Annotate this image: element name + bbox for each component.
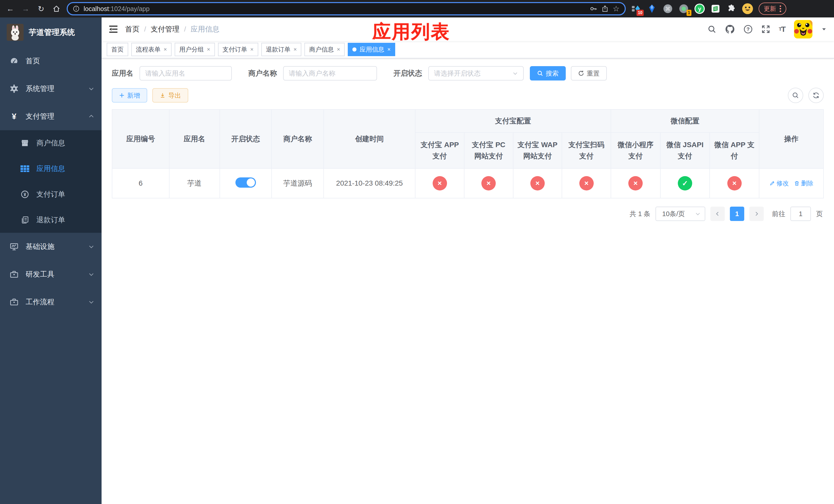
address-bar[interactable]: localhost:1024/pay/app ☆ xyxy=(67,2,626,15)
status-select[interactable]: 请选择开启状态 xyxy=(428,66,524,81)
sidebar-toggle-icon[interactable] xyxy=(109,25,118,33)
breadcrumb-payment[interactable]: 支付管理 xyxy=(151,24,179,34)
extension-devtools-icon[interactable]: 10 xyxy=(631,4,641,14)
sidebar-header[interactable]: 芋道管理系统 xyxy=(0,18,102,47)
browser-reload-button[interactable]: ↻ xyxy=(36,4,46,14)
tab-app-info[interactable]: 应用信息× xyxy=(348,43,395,56)
next-page-button[interactable] xyxy=(749,207,764,221)
dashboard-icon xyxy=(10,56,19,65)
col-wechat-app: 微信 APP 支付 xyxy=(710,133,759,168)
sidebar-item-infrastructure[interactable]: 基础设施 xyxy=(0,233,102,260)
extension-recorder-icon[interactable]: 1 xyxy=(679,4,689,14)
breadcrumb-home[interactable]: 首页 xyxy=(125,24,139,34)
col-create-time: 创建时间 xyxy=(324,110,415,168)
browser-profile-avatar[interactable] xyxy=(742,3,753,14)
toolbox-icon xyxy=(10,270,19,279)
bookmark-star-icon[interactable]: ☆ xyxy=(613,5,620,13)
col-group-alipay: 支付宝配置 xyxy=(415,110,611,133)
browser-update-button[interactable]: 更新 xyxy=(759,3,786,15)
extension-chat-icon[interactable] xyxy=(710,4,721,14)
refresh-table-button[interactable] xyxy=(808,88,824,103)
trash-icon xyxy=(794,181,799,186)
password-key-icon[interactable] xyxy=(590,5,597,13)
breadcrumb-current: 应用信息 xyxy=(191,24,220,34)
app-logo xyxy=(7,24,24,41)
sidebar-item-app-info[interactable]: 应用信息 xyxy=(0,156,102,182)
pagination: 共 1 条 10条/页 1 前往 页 xyxy=(113,207,823,221)
github-icon[interactable] xyxy=(725,24,735,34)
user-avatar[interactable] xyxy=(794,20,812,39)
show-search-toggle-button[interactable] xyxy=(788,88,803,103)
share-icon[interactable] xyxy=(601,5,609,12)
refresh-icon xyxy=(578,70,584,76)
sidebar-item-label: 应用信息 xyxy=(37,164,65,174)
page-size-select[interactable]: 10条/页 xyxy=(656,207,705,221)
header-search-icon[interactable] xyxy=(707,25,716,33)
browser-home-button[interactable] xyxy=(51,4,62,14)
font-size-icon[interactable]: TT xyxy=(779,25,785,33)
reset-button[interactable]: 重置 xyxy=(571,66,607,81)
tab-refund-order[interactable]: 退款订单× xyxy=(261,43,302,56)
close-icon[interactable]: × xyxy=(294,46,297,53)
extension-command-icon[interactable]: ⌘ xyxy=(663,4,673,14)
export-button[interactable]: 导出 xyxy=(152,88,188,102)
table-row: 6 芋道 芋道源码 2021-10-23 08:49:25 × × × × × … xyxy=(112,168,824,198)
browser-menu-icon[interactable] xyxy=(780,5,781,12)
sidebar-item-dev-tools[interactable]: 研发工具 xyxy=(0,260,102,288)
status-badge-alipay-pc: × xyxy=(481,176,496,190)
close-icon[interactable]: × xyxy=(250,46,254,53)
col-group-wechat: 微信配置 xyxy=(611,110,759,133)
search-button[interactable]: 搜索 xyxy=(530,66,566,81)
app-name-label: 应用名 xyxy=(112,68,133,78)
sidebar-item-system[interactable]: 系统管理 xyxy=(0,75,102,102)
coin-yen-icon: ¥ xyxy=(21,190,29,199)
svg-text:⌘: ⌘ xyxy=(665,6,671,12)
help-icon[interactable]: ? xyxy=(744,25,753,34)
col-alipay-wap: 支付宝 WAP 网站支付 xyxy=(513,133,562,168)
browser-back-button[interactable]: ← xyxy=(5,4,15,14)
tab-home[interactable]: 首页 xyxy=(107,43,128,56)
update-label: 更新 xyxy=(764,5,776,13)
browser-forward-button[interactable]: → xyxy=(21,4,31,14)
sidebar-item-payment[interactable]: ¥ 支付管理 xyxy=(0,102,102,130)
caret-down-icon[interactable] xyxy=(821,26,827,32)
sidebar-item-home[interactable]: 首页 xyxy=(0,47,102,75)
close-icon[interactable]: × xyxy=(163,46,167,53)
table-toolbar: 新增 导出 xyxy=(112,88,824,103)
tab-pay-order[interactable]: 支付订单× xyxy=(218,43,258,56)
page-number-button[interactable]: 1 xyxy=(730,207,744,221)
yen-icon: ¥ xyxy=(10,112,19,121)
extensions-puzzle-icon[interactable] xyxy=(726,4,737,14)
sidebar-item-pay-order[interactable]: ¥ 支付订单 xyxy=(0,182,102,207)
col-wechat-jsapi: 微信 JSAPI 支付 xyxy=(660,133,710,168)
sidebar-item-refund-order[interactable]: 退款订单 xyxy=(0,207,102,233)
tab-process-form[interactable]: 流程表单× xyxy=(131,43,172,56)
edit-link[interactable]: 修改 xyxy=(769,179,789,187)
close-icon[interactable]: × xyxy=(337,46,340,53)
status-select-placeholder: 请选择开启状态 xyxy=(434,69,481,78)
merchant-name-input[interactable] xyxy=(283,66,377,81)
documents-icon xyxy=(21,216,29,224)
add-button[interactable]: 新增 xyxy=(112,88,147,102)
home-icon xyxy=(52,5,60,13)
prev-page-button[interactable] xyxy=(710,207,725,221)
extension-gem-icon[interactable] xyxy=(647,4,657,14)
delete-link[interactable]: 删除 xyxy=(794,179,813,187)
app-name-input[interactable] xyxy=(139,66,232,81)
fullscreen-icon[interactable] xyxy=(762,25,770,33)
goto-page-input[interactable] xyxy=(790,207,811,221)
close-icon[interactable]: × xyxy=(387,46,391,53)
tab-merchant-info[interactable]: 商户信息× xyxy=(304,43,345,56)
page-info-icon[interactable] xyxy=(73,5,80,12)
status-toggle[interactable] xyxy=(236,177,256,188)
sidebar-item-label: 工作流程 xyxy=(26,297,54,307)
sidebar-item-merchant-info[interactable]: 商户信息 xyxy=(0,130,102,156)
extension-badge: 1 xyxy=(686,10,692,16)
sidebar-item-workflow[interactable]: 工作流程 xyxy=(0,288,102,316)
toolbox-icon xyxy=(10,298,19,306)
cell-status xyxy=(220,168,272,198)
extension-yudao-icon[interactable]: y xyxy=(695,4,705,14)
tab-user-group[interactable]: 用户分组× xyxy=(175,43,215,56)
gear-icon xyxy=(10,84,19,93)
close-icon[interactable]: × xyxy=(207,46,210,53)
